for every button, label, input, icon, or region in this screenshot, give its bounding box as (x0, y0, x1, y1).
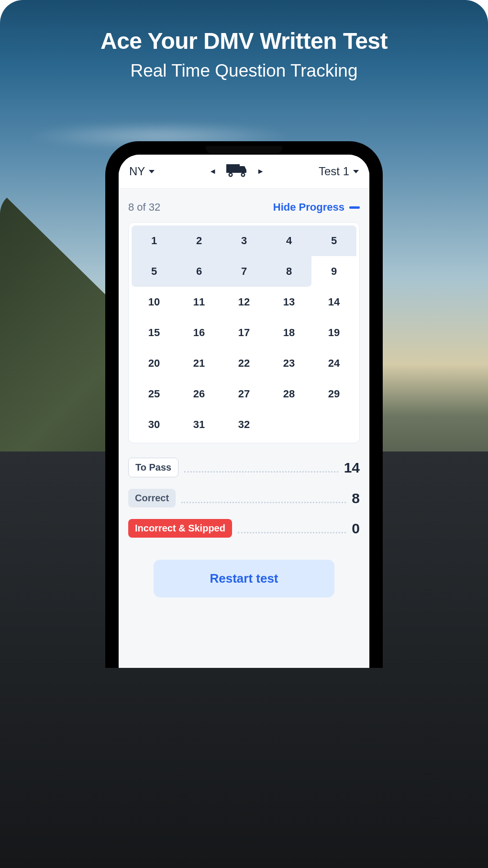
question-cell[interactable]: 10 (132, 287, 177, 317)
question-cell[interactable]: 8 (266, 256, 311, 287)
question-cell[interactable]: 11 (177, 287, 222, 317)
question-cell[interactable]: 4 (266, 225, 311, 256)
svg-rect-0 (226, 164, 240, 173)
question-cell[interactable]: 26 (177, 379, 222, 409)
next-vehicle-button[interactable]: ► (257, 168, 265, 175)
main-content: 8 of 32 Hide Progress 123455678910111213… (119, 189, 369, 668)
question-cell[interactable]: 30 (132, 409, 177, 440)
dots-separator (181, 502, 346, 503)
app-header: NY ◄ ► Test 1 (119, 155, 369, 189)
question-cell[interactable]: 24 (311, 348, 356, 379)
progress-count: 8 of 32 (128, 201, 160, 214)
question-cell[interactable]: 21 (177, 348, 222, 379)
app-screen: NY ◄ ► Test 1 (119, 155, 369, 668)
stat-correct: Correct 8 (128, 489, 360, 507)
question-cell[interactable]: 28 (266, 379, 311, 409)
state-selector[interactable]: NY (129, 165, 155, 178)
question-cell[interactable]: 19 (311, 317, 356, 348)
question-cell[interactable]: 5 (132, 256, 177, 287)
question-cell[interactable]: 5 (311, 225, 356, 256)
test-selector[interactable]: Test 1 (319, 165, 359, 178)
stats: To Pass 14 Correct 8 Incorrect & Skipped… (128, 458, 360, 538)
test-label: Test 1 (319, 165, 349, 178)
hero-subtitle: Real Time Question Tracking (0, 61, 488, 81)
question-cell[interactable]: 27 (222, 379, 266, 409)
caret-down-icon (353, 170, 359, 173)
svg-point-4 (242, 174, 244, 176)
vehicle-selector: ◄ ► (209, 163, 265, 180)
question-cell[interactable]: 14 (311, 287, 356, 317)
to-pass-value: 14 (344, 460, 360, 476)
restart-button[interactable]: Restart test (154, 560, 334, 597)
question-cell[interactable]: 13 (266, 287, 311, 317)
svg-point-2 (230, 174, 232, 176)
question-cell[interactable]: 16 (177, 317, 222, 348)
question-cell[interactable]: 18 (266, 317, 311, 348)
question-cell[interactable]: 23 (266, 348, 311, 379)
hide-progress-label: Hide Progress (273, 201, 344, 214)
incorrect-label: Incorrect & Skipped (128, 519, 232, 538)
prev-vehicle-button[interactable]: ◄ (209, 168, 217, 175)
hide-progress-button[interactable]: Hide Progress (273, 201, 360, 214)
question-cell[interactable]: 7 (222, 256, 266, 287)
question-cell[interactable]: 15 (132, 317, 177, 348)
question-cell[interactable]: 22 (222, 348, 266, 379)
question-cell[interactable]: 1 (132, 225, 177, 256)
to-pass-label: To Pass (128, 458, 178, 477)
correct-value: 8 (352, 490, 360, 507)
question-cell[interactable]: 17 (222, 317, 266, 348)
dots-separator (238, 532, 346, 533)
question-cell[interactable]: 29 (311, 379, 356, 409)
dots-separator (184, 471, 338, 473)
stat-to-pass: To Pass 14 (128, 458, 360, 477)
phone-frame: NY ◄ ► Test 1 (105, 141, 383, 668)
question-cell[interactable]: 32 (222, 409, 266, 440)
hero-text: Ace Your DMV Written Test Real Time Ques… (0, 28, 488, 81)
question-cell[interactable]: 9 (311, 256, 356, 287)
question-cell[interactable]: 12 (222, 287, 266, 317)
question-cell[interactable]: 31 (177, 409, 222, 440)
phone-notch (206, 146, 282, 154)
hero-title: Ace Your DMV Written Test (0, 28, 488, 54)
stat-incorrect: Incorrect & Skipped 0 (128, 519, 360, 538)
incorrect-value: 0 (352, 520, 360, 537)
question-cell[interactable]: 20 (132, 348, 177, 379)
question-cell[interactable]: 6 (177, 256, 222, 287)
progress-header: 8 of 32 Hide Progress (128, 201, 360, 214)
minus-icon (349, 206, 360, 209)
question-cell[interactable]: 25 (132, 379, 177, 409)
state-label: NY (129, 165, 145, 178)
question-grid: 1234556789101112131415161718192021222324… (128, 222, 360, 443)
question-cell[interactable]: 2 (177, 225, 222, 256)
correct-label: Correct (128, 489, 176, 507)
caret-down-icon (149, 170, 155, 173)
truck-icon[interactable] (226, 163, 247, 180)
question-cell[interactable]: 3 (222, 225, 266, 256)
